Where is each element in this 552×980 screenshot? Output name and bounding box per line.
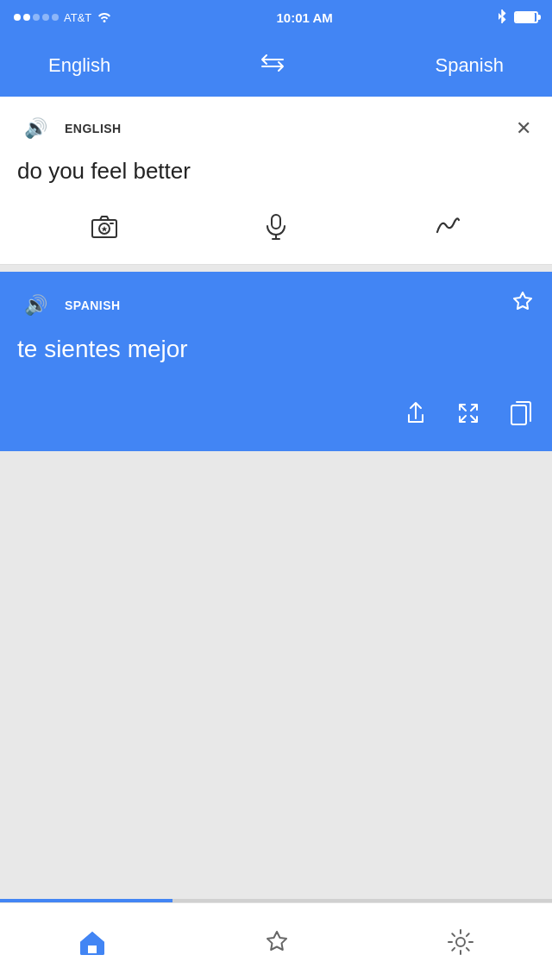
dot-4 (42, 14, 49, 21)
status-left: AT&T (14, 10, 112, 25)
favorite-button[interactable] (511, 290, 535, 320)
source-lang-label: ENGLISH (65, 122, 122, 135)
svg-rect-7 (88, 945, 97, 953)
svg-point-8 (456, 938, 465, 946)
bluetooth-icon (497, 9, 507, 27)
settings-nav-button[interactable] (430, 921, 492, 963)
translation-text: te sientes mejor (17, 336, 535, 363)
wifi-icon (97, 10, 112, 25)
target-lang-label: SPANISH (65, 298, 121, 312)
microphone-button[interactable] (260, 207, 292, 247)
share-button[interactable] (402, 398, 430, 434)
svg-rect-5 (511, 405, 526, 424)
handwriting-button[interactable] (428, 208, 467, 246)
dot-5 (52, 14, 59, 21)
battery-fill (516, 13, 535, 22)
status-right (497, 9, 538, 27)
target-speak-button[interactable]: 🔊 (17, 287, 54, 324)
input-header: 🔊 ENGLISH ✕ (17, 110, 535, 147)
camera-button[interactable] (85, 209, 124, 245)
language-header: English Spanish (0, 35, 552, 97)
status-bar: AT&T 10:01 AM (0, 0, 552, 35)
translation-section: 🔊 SPANISH te sientes mejor (0, 272, 552, 451)
dot-1 (14, 14, 21, 21)
expand-button[interactable] (454, 399, 483, 433)
swap-language-button[interactable] (259, 53, 286, 78)
translation-header: 🔊 SPANISH (17, 287, 535, 324)
source-speak-button[interactable]: 🔊 (17, 110, 54, 147)
favorites-nav-button[interactable] (246, 921, 308, 963)
carrier-label: AT&T (64, 11, 91, 24)
copy-button[interactable] (507, 398, 535, 434)
input-actions (17, 204, 535, 254)
battery-indicator (514, 11, 538, 23)
dot-2 (23, 14, 30, 21)
clear-input-button[interactable]: ✕ (512, 114, 535, 143)
translation-actions (17, 398, 535, 434)
source-speaker-icon: 🔊 (24, 117, 47, 140)
trans-header-left: 🔊 SPANISH (17, 287, 121, 324)
target-language-button[interactable]: Spanish (421, 47, 518, 84)
dot-3 (33, 14, 40, 21)
home-nav-button[interactable] (60, 922, 124, 962)
signal-dots (14, 14, 59, 21)
source-language-button[interactable]: English (34, 47, 124, 84)
input-section: 🔊 ENGLISH ✕ do you feel better (0, 97, 552, 265)
input-text: do you feel better (17, 157, 535, 186)
svg-rect-2 (272, 215, 280, 229)
empty-area (0, 451, 552, 744)
target-speaker-icon: 🔊 (24, 294, 47, 317)
bottom-nav (0, 902, 552, 980)
input-header-left: 🔊 ENGLISH (17, 110, 122, 147)
status-time: 10:01 AM (276, 10, 332, 25)
